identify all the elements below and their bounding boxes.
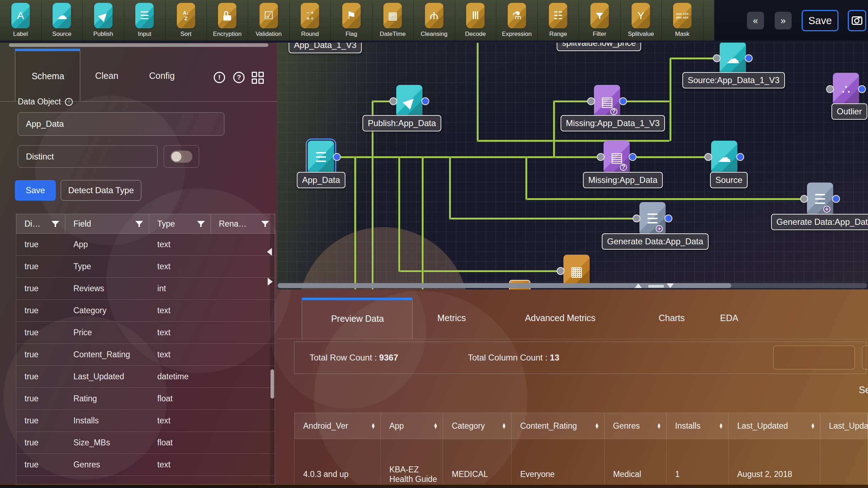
input-port[interactable] xyxy=(713,54,721,62)
schema-scrollbar-thumb[interactable] xyxy=(271,369,274,398)
palette-item-flag[interactable]: ⚑Flag xyxy=(331,0,372,40)
palette-item-cleansing[interactable]: ΨCleansing xyxy=(414,0,455,40)
schema-row[interactable]: truePricetext xyxy=(16,322,275,344)
schema-row[interactable]: trueGenrestext xyxy=(16,454,275,476)
schema-column-header[interactable]: Type xyxy=(149,214,211,233)
palette-item-filter[interactable]: Filter xyxy=(579,0,621,40)
schema-row[interactable]: trueLast_Updateddatetime xyxy=(16,366,275,388)
input-port[interactable] xyxy=(704,153,712,161)
tab-clean[interactable]: Clean xyxy=(95,71,118,81)
filter-icon[interactable] xyxy=(135,221,143,227)
panel-collapse-left-icon[interactable] xyxy=(267,248,272,256)
screenshot-button[interactable] xyxy=(848,10,866,31)
palette-item-expression[interactable]: ⚗Expression xyxy=(496,0,538,40)
tab-config[interactable]: Config xyxy=(149,71,175,81)
zoom-up-icon[interactable] xyxy=(635,283,642,288)
schema-row[interactable]: trueSize_MBsfloat xyxy=(16,432,275,454)
preview-column-header[interactable]: Genres▲▼ xyxy=(605,413,667,439)
schema-row[interactable]: trueReviewsint xyxy=(16,278,275,300)
preview-column-header[interactable]: Last_Upda xyxy=(820,413,868,439)
pipeline-canvas[interactable]: App_Data_1_V3splitvalue:low_price▶Publis… xyxy=(277,43,868,289)
sort-icon[interactable]: ▲▼ xyxy=(595,423,599,429)
output-port[interactable] xyxy=(736,153,744,161)
palette-item-p[interactable]: ▦P xyxy=(703,0,715,40)
palette-item-publish[interactable]: ▶Publish xyxy=(83,0,124,40)
save-pipeline-button[interactable]: Save xyxy=(802,10,839,31)
node-source[interactable]: ☁ xyxy=(711,141,737,174)
filter-icon[interactable] xyxy=(197,221,205,227)
node-generate-data-app-data[interactable]: ☰+ xyxy=(807,183,833,216)
node-generate-data-app-data[interactable]: ☰+ xyxy=(639,202,666,235)
tab-eda[interactable]: EDA xyxy=(720,313,738,323)
input-port[interactable] xyxy=(800,195,808,203)
preview-column-header[interactable]: Content_Rating▲▼ xyxy=(512,413,605,439)
schema-row[interactable]: trueTypetext xyxy=(16,256,275,278)
filter-icon[interactable] xyxy=(261,221,269,227)
palette-item-encryption[interactable]: Encryption xyxy=(207,0,249,40)
schema-column-header[interactable]: Di… xyxy=(16,214,65,233)
sort-icon[interactable]: ▲▼ xyxy=(719,423,724,429)
node-publish-app-data[interactable]: ▶ xyxy=(396,85,422,118)
preview-column-header[interactable]: Last_Updated▲▼ xyxy=(728,413,820,439)
schema-row[interactable]: trueCategorytext xyxy=(16,300,275,322)
schema-row[interactable]: trueApptext xyxy=(16,234,275,256)
sort-icon[interactable]: ▲▼ xyxy=(433,423,438,429)
preview-column-header[interactable]: Android_Ver▲▼ xyxy=(295,413,381,439)
sort-icon[interactable]: ▲▼ xyxy=(810,423,815,429)
output-port[interactable] xyxy=(665,215,672,222)
output-port[interactable] xyxy=(333,153,341,161)
schema-row[interactable]: trueInstallstext xyxy=(16,410,275,432)
output-port[interactable] xyxy=(745,54,753,62)
tab-preview-data[interactable]: Preview Data xyxy=(302,298,413,339)
detect-data-type-button[interactable]: Detect Data Type xyxy=(61,180,141,201)
scroll-right-button[interactable]: » xyxy=(775,12,792,29)
output-port[interactable] xyxy=(421,97,429,105)
scroll-left-button[interactable]: « xyxy=(747,12,764,29)
zoom-handle[interactable] xyxy=(648,285,664,288)
input-port[interactable] xyxy=(597,153,605,161)
palette-item-range[interactable]: ☷Range xyxy=(538,0,579,40)
palette-item-validation[interactable]: ☑Validation xyxy=(248,0,290,40)
preview-table-row[interactable]: 4.0.3 and upKBA-EZ Health GuideMEDICALEv… xyxy=(294,439,868,488)
node-app-data[interactable]: ☰ xyxy=(308,141,334,174)
tab-schema[interactable]: Schema xyxy=(15,49,80,102)
palette-item-input[interactable]: ☰Input xyxy=(124,0,166,40)
input-port[interactable] xyxy=(389,97,397,105)
sort-icon[interactable]: ▲▼ xyxy=(371,423,376,429)
schema-save-button[interactable]: Save xyxy=(15,180,56,201)
output-port[interactable] xyxy=(629,153,637,161)
node-source-app-data-1-v3[interactable]: ☁ xyxy=(720,43,746,75)
summary-action-button[interactable] xyxy=(773,346,855,369)
palette-item-mask[interactable]: xxx-123abc-xxxMask xyxy=(662,0,703,40)
data-object-input[interactable]: App_Data xyxy=(18,112,224,136)
sort-icon[interactable]: ▲▼ xyxy=(657,423,661,429)
palette-item-decode[interactable]: ⅢDecode xyxy=(455,0,497,40)
palette-item-splitvalue[interactable]: YSplitvalue xyxy=(621,0,662,40)
input-port[interactable] xyxy=(633,215,640,222)
panel-expand-right-icon[interactable] xyxy=(268,278,273,286)
filter-icon[interactable] xyxy=(51,221,59,227)
input-port[interactable] xyxy=(557,267,564,275)
output-port[interactable] xyxy=(832,195,840,203)
palette-item-sort[interactable]: A↓ZSort xyxy=(165,0,207,40)
schema-row[interactable]: trueRatingfloat xyxy=(16,388,275,410)
tab-charts[interactable]: Charts xyxy=(659,313,685,323)
preview-column-header[interactable]: App▲▼ xyxy=(381,413,443,439)
schema-row[interactable]: trueContent_Ratingtext xyxy=(16,344,275,366)
distinct-toggle[interactable] xyxy=(164,145,199,168)
palette-item-round[interactable]: − +× ÷Round xyxy=(290,0,331,40)
palette-scrollbar-thumb[interactable] xyxy=(9,43,268,47)
node-missing-app-data-1-v3[interactable]: ▤? xyxy=(594,85,620,118)
sort-icon[interactable]: ▲▼ xyxy=(502,423,506,429)
help-icon[interactable]: ? xyxy=(233,72,245,83)
tab-advanced-metrics[interactable]: Advanced Metrics xyxy=(525,313,596,323)
preview-column-header[interactable]: Category▲▼ xyxy=(443,413,512,439)
zoom-down-icon[interactable] xyxy=(667,283,674,288)
palette-item-label[interactable]: ALabel xyxy=(0,0,42,40)
palette-item-source[interactable]: ☁Source xyxy=(42,0,83,40)
input-port[interactable] xyxy=(587,97,595,105)
node-outlier[interactable]: ∴ xyxy=(833,73,859,106)
schema-column-header[interactable]: Field xyxy=(65,214,149,233)
schema-column-header[interactable]: Rena… xyxy=(211,214,275,233)
palette-item-datetime[interactable]: ▦DateTime xyxy=(372,0,414,40)
